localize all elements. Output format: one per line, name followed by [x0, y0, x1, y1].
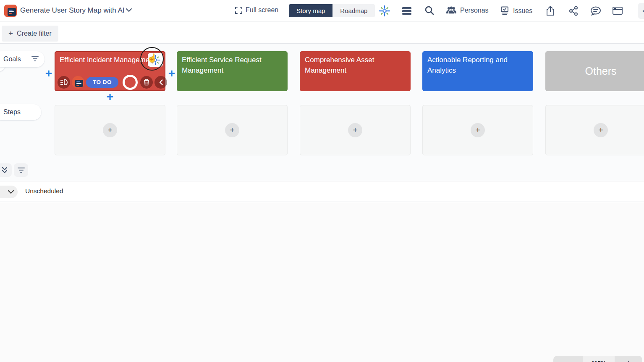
unscheduled-section: Unscheduled [0, 181, 644, 202]
status-badge[interactable]: TO DO [86, 77, 118, 88]
plus-icon: + [594, 123, 608, 137]
collapse-all-button[interactable] [0, 163, 12, 177]
goals-row-label[interactable]: Goals [0, 51, 45, 67]
create-filter-button[interactable]: + Create filter [2, 26, 58, 42]
issues-icon [500, 6, 510, 16]
add-step-cell[interactable]: + [55, 105, 165, 155]
goal-title: Efficient Service Request Management [182, 55, 283, 76]
unscheduled-label: Unscheduled [25, 187, 63, 195]
rows-icon [402, 7, 412, 15]
personas-button[interactable]: Personas [446, 6, 489, 14]
add-step-cell[interactable]: + [177, 105, 288, 155]
export-icon [546, 5, 555, 16]
collapse-toolbar-button[interactable] [154, 76, 167, 89]
rows-view-button[interactable] [402, 7, 412, 15]
fullscreen-label: Full screen [246, 6, 278, 14]
zoom-in-button[interactable]: + [615, 356, 642, 362]
story-map-canvas: Goals Steps Efficient Incident Managemen… [0, 44, 644, 181]
goal-card[interactable]: Efficient Incident Management [55, 51, 165, 91]
search-button[interactable] [424, 5, 435, 16]
add-step-cell[interactable]: + [422, 105, 533, 155]
tab-story-map[interactable]: Story map [289, 4, 332, 17]
chevron-down-icon [8, 190, 14, 194]
card-details-button[interactable] [58, 76, 70, 89]
add-step-cell[interactable]: + [300, 105, 411, 155]
ai-sparkle-icon [150, 55, 160, 65]
story-map-app: Generate User Story Map with AI Full scr… [0, 0, 644, 362]
personas-icon [446, 6, 457, 14]
tab-roadmap[interactable]: Roadmap [332, 4, 375, 17]
steps-label: Steps [3, 108, 21, 116]
goals-label: Goals [3, 55, 21, 63]
fullscreen-icon [235, 7, 242, 14]
goal-title: Actionable Reporting and Analytics [427, 55, 528, 76]
share-button[interactable] [569, 6, 578, 16]
view-toggle: Story map Roadmap [289, 4, 375, 17]
plus-icon: + [103, 123, 117, 137]
steps-row-label[interactable]: Steps [0, 104, 41, 120]
plus-icon: + [225, 123, 239, 137]
goal-title: Comprehensive Asset Management [305, 55, 406, 76]
chevron-down-icon[interactable] [126, 8, 132, 12]
add-goal-right-button[interactable]: + [167, 69, 177, 79]
goal-card[interactable]: Comprehensive Asset Management [300, 51, 411, 91]
personas-label: Personas [460, 7, 489, 14]
add-step-below-button[interactable]: + [105, 92, 115, 102]
window-icon [613, 7, 623, 15]
board-title[interactable]: Generate User Story Map with AI [20, 6, 125, 15]
export-button[interactable] [546, 5, 555, 16]
zoom-control: 115% + [553, 356, 642, 362]
goal-card-others[interactable]: Others [545, 51, 644, 91]
issues-button[interactable]: Issues [500, 6, 532, 16]
filter-icon[interactable] [31, 56, 39, 62]
empty-board-area [0, 202, 644, 362]
collapse-section-button[interactable] [0, 186, 18, 198]
chevron-left-icon [159, 79, 163, 85]
app-logo-icon [4, 5, 17, 17]
plus-icon: + [471, 123, 485, 137]
feedback-icon [590, 6, 601, 16]
delete-card-button[interactable] [140, 76, 153, 89]
create-filter-label: Create filter [17, 30, 52, 37]
goal-card[interactable]: Efficient Service Request Management [177, 51, 288, 91]
feedback-button[interactable] [590, 6, 601, 16]
add-step-cell[interactable]: + [545, 105, 644, 155]
trash-icon [144, 79, 149, 86]
double-chevron-down-icon [2, 167, 8, 174]
card-ai-generate-button[interactable] [148, 53, 163, 67]
zoom-level: 115% [583, 356, 615, 362]
card-details-icon [60, 79, 68, 85]
card-app-icon-button[interactable] [72, 76, 84, 89]
filter-bar: + Create filter [0, 22, 644, 44]
search-icon [424, 5, 435, 16]
window-button[interactable] [613, 7, 623, 15]
swimlane-filter-button[interactable] [14, 163, 28, 177]
ai-sparkle-button[interactable] [379, 5, 390, 16]
add-goal-left-button[interactable]: + [44, 69, 54, 79]
card-toolbar: TO DO [55, 74, 165, 90]
color-ring-button[interactable] [123, 75, 138, 90]
goal-title: Efficient Incident Management [60, 55, 153, 66]
zoom-out-button[interactable] [553, 356, 583, 362]
plus-icon: + [8, 29, 13, 38]
share-icon [569, 6, 578, 16]
issues-label: Issues [513, 7, 532, 15]
goal-title: Others [585, 63, 616, 79]
plus-icon: + [348, 123, 362, 137]
more-button[interactable]: ⋯ [638, 3, 644, 19]
fullscreen-button[interactable]: Full screen [235, 6, 278, 14]
goal-card[interactable]: Actionable Reporting and Analytics [422, 51, 533, 91]
ai-sparkle-icon [379, 5, 390, 16]
filter-icon [18, 167, 25, 173]
top-toolbar: Generate User Story Map with AI Full scr… [0, 0, 644, 22]
